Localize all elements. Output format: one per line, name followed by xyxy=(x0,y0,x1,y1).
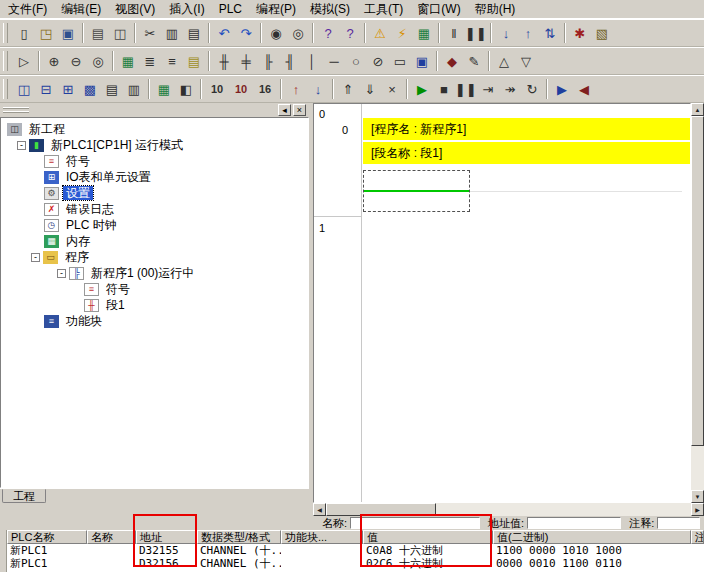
vertical-connection-icon[interactable]: │ xyxy=(301,50,323,72)
transfer-from-plc-icon[interactable]: ↑ xyxy=(517,22,539,44)
tree-item-project-root[interactable]: ◫新工程 xyxy=(1,121,308,137)
scroll-down-button[interactable]: ▼ xyxy=(691,490,704,503)
print-icon[interactable]: ▤ xyxy=(87,22,109,44)
ladder-canvas[interactable]: 0 0 1 [程序名 : 新程序1] [段名称 : 段1] xyxy=(313,103,691,503)
tree-item-plc[interactable]: -▮新PLC1[CP1H] 运行模式 xyxy=(1,137,308,153)
run-simulation-icon[interactable]: ▶ xyxy=(411,78,433,100)
selected-cell-outline[interactable] xyxy=(363,170,470,212)
show-rung-annotations-icon[interactable]: ≡ xyxy=(161,50,183,72)
cut-icon[interactable]: ✂ xyxy=(139,22,161,44)
drag-grip[interactable] xyxy=(3,107,29,114)
new-contact-icon[interactable]: ╫ xyxy=(213,50,235,72)
program-name-comment[interactable]: [程序名 : 新程序1] xyxy=(363,118,690,140)
find-replace-icon[interactable]: ◎ xyxy=(287,22,309,44)
new-or-closed-contact-icon[interactable]: ╢ xyxy=(279,50,301,72)
work-online-icon[interactable]: ⚠ xyxy=(369,22,391,44)
watch-scrollbar-strip[interactable] xyxy=(0,530,7,572)
tree-item-error-log[interactable]: ✗错误日志 xyxy=(1,201,308,217)
scroll-right-button[interactable]: ▶ xyxy=(691,503,704,516)
selection-tool-icon[interactable]: ▷ xyxy=(13,50,35,72)
tree-item-program1-symbols[interactable]: ≡符号 xyxy=(1,281,308,297)
tree-expander-icon[interactable]: - xyxy=(31,253,40,262)
force-off-icon[interactable]: ⇓ xyxy=(359,78,381,100)
ladder-vscrollbar[interactable]: ▲ ▼ xyxy=(691,103,704,503)
watch-col-value-binary[interactable]: 值(二进制) xyxy=(493,530,691,544)
watch-row[interactable]: 新PLC1D32155CHANNEL (十...C0A8 十六进制1100 00… xyxy=(7,544,704,557)
close-panel-button[interactable]: × xyxy=(293,104,306,116)
cascade-windows-icon[interactable]: ▩ xyxy=(79,78,101,100)
set-on-icon[interactable]: ↑ xyxy=(285,78,307,100)
display-decimal-icon[interactable]: 10 xyxy=(205,78,229,100)
save-icon[interactable]: ▣ xyxy=(57,22,79,44)
print-preview-icon[interactable]: ◫ xyxy=(109,22,131,44)
new-or-contact-icon[interactable]: ╟ xyxy=(257,50,279,72)
stop-simulation-icon[interactable]: ■ xyxy=(433,78,455,100)
watch-col-function-block[interactable]: 功能块... xyxy=(281,530,363,544)
force-cancel-icon[interactable]: × xyxy=(381,78,403,100)
watch-col-plc-name[interactable]: PLC名称 xyxy=(7,530,87,544)
zoom-in-icon[interactable]: ⊕ xyxy=(43,50,65,72)
vscroll-track[interactable] xyxy=(691,116,704,490)
tree-item-io-table[interactable]: ⊞IO表和单元设置 xyxy=(1,169,308,185)
display-hex-icon[interactable]: 16 xyxy=(253,78,277,100)
new-window-icon[interactable]: ◫ xyxy=(13,78,35,100)
pause-monitor-icon[interactable]: ‖ xyxy=(443,22,465,44)
exit-simulator-icon[interactable]: ◀ xyxy=(573,78,595,100)
menu-simulation[interactable]: 模拟(S) xyxy=(303,0,357,20)
menu-view[interactable]: 视图(V) xyxy=(108,0,162,20)
tile-vertically-icon[interactable]: ⊞ xyxy=(57,78,79,100)
watch-col-data-type-format[interactable]: 数据类型/格式 xyxy=(197,530,281,544)
transfer-to-plc-icon[interactable]: ↓ xyxy=(495,22,517,44)
tree-item-plc-clock[interactable]: ◷PLC 时钟 xyxy=(1,217,308,233)
menu-edit[interactable]: 编辑(E) xyxy=(54,0,108,20)
online-edit-icon[interactable]: ⚡ xyxy=(391,22,413,44)
vscroll-thumb[interactable] xyxy=(691,116,704,446)
watch-row[interactable]: 新PLC1D32156CHANNEL (十...02C6 十六进制0000 00… xyxy=(7,557,704,570)
display-signed-decimal-icon[interactable]: 10 xyxy=(229,78,253,100)
open-file-icon[interactable]: ◳ xyxy=(35,22,57,44)
collapse-panel-button[interactable]: ◂ xyxy=(278,104,291,116)
watch-window-icon[interactable]: ◧ xyxy=(175,78,197,100)
find-icon[interactable]: ◉ xyxy=(265,22,287,44)
tree-expander-icon[interactable]: - xyxy=(57,269,66,278)
help-icon[interactable]: ? xyxy=(317,22,339,44)
zoom-to-fit-icon[interactable]: ◎ xyxy=(87,50,109,72)
scroll-up-button[interactable]: ▲ xyxy=(691,103,704,116)
new-closed-contact-icon[interactable]: ╪ xyxy=(235,50,257,72)
differential-down-icon[interactable]: ▽ xyxy=(515,50,537,72)
continuous-step-run-icon[interactable]: ↠ xyxy=(499,78,521,100)
redo-icon[interactable]: ↷ xyxy=(235,22,257,44)
symbols-view-icon[interactable]: ▥ xyxy=(123,78,145,100)
new-function-block-icon[interactable]: ▣ xyxy=(411,50,433,72)
differential-up-icon[interactable]: △ xyxy=(493,50,515,72)
menu-program[interactable]: 编程(P) xyxy=(249,0,303,20)
menu-file[interactable]: 文件(F) xyxy=(1,0,54,20)
comment-field[interactable] xyxy=(657,517,700,529)
context-help-icon[interactable]: ? xyxy=(339,22,361,44)
tree-item-programs[interactable]: -▭程序 xyxy=(1,249,308,265)
pause-icon[interactable]: ❚❚ xyxy=(465,22,487,44)
tree-expander-icon[interactable]: - xyxy=(17,141,26,150)
tab-project[interactable]: 工程 xyxy=(2,489,46,503)
new-instruction-icon[interactable]: ▭ xyxy=(389,50,411,72)
mnemonics-view-icon[interactable]: ▤ xyxy=(101,78,123,100)
step-run-icon[interactable]: ⇥ xyxy=(477,78,499,100)
undo-icon[interactable]: ↶ xyxy=(213,22,235,44)
menu-plc[interactable]: PLC xyxy=(212,0,249,18)
library-icon[interactable]: ▧ xyxy=(591,22,613,44)
monitor-in-rung-icon[interactable]: ▤ xyxy=(183,50,205,72)
tree-item-memory[interactable]: ▦内存 xyxy=(1,233,308,249)
pause-simulation-icon[interactable]: ❚❚ xyxy=(455,78,477,100)
program-check-icon[interactable]: ✱ xyxy=(569,22,591,44)
menu-insert[interactable]: 插入(I) xyxy=(162,0,211,20)
tree-item-function-blocks[interactable]: ≡功能块 xyxy=(1,313,308,329)
address-value-field[interactable] xyxy=(527,517,621,529)
watch-col-comment[interactable]: 注 xyxy=(691,530,704,544)
copy-icon[interactable]: ▥ xyxy=(161,22,183,44)
horizontal-connection-icon[interactable]: ─ xyxy=(323,50,345,72)
paste-icon[interactable]: ▤ xyxy=(183,22,205,44)
work-online-simulator-icon[interactable]: ▶ xyxy=(551,78,573,100)
show-rung-comments-icon[interactable]: ≣ xyxy=(139,50,161,72)
menu-tools[interactable]: 工具(T) xyxy=(357,0,410,20)
monitor-data-icon[interactable]: ▦ xyxy=(153,78,175,100)
